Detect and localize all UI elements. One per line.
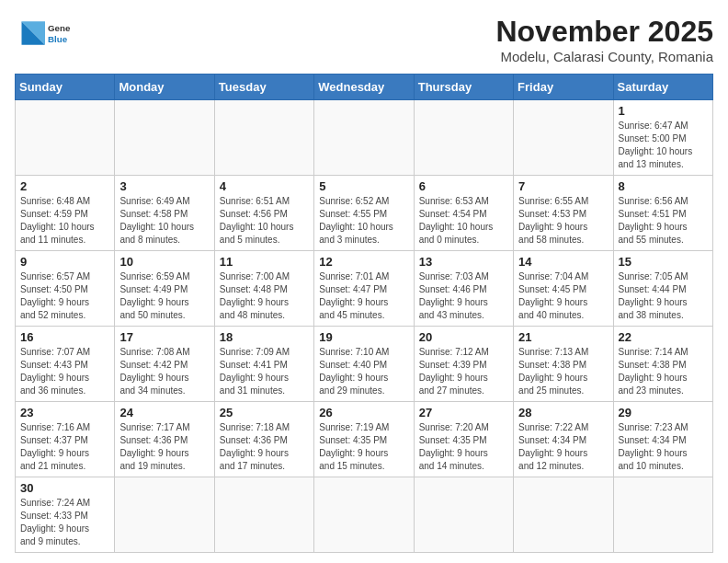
calendar-day-cell: 11Sunrise: 7:00 AM Sunset: 4:48 PM Dayli… bbox=[214, 251, 313, 327]
calendar-day-cell: 12Sunrise: 7:01 AM Sunset: 4:47 PM Dayli… bbox=[314, 251, 414, 327]
day-info: Sunrise: 7:09 AM Sunset: 4:41 PM Dayligh… bbox=[220, 346, 309, 397]
day-number: 3 bbox=[119, 179, 209, 193]
month-title: November 2025 bbox=[495, 15, 713, 49]
day-info: Sunrise: 7:23 AM Sunset: 4:34 PM Dayligh… bbox=[619, 421, 708, 473]
day-number: 28 bbox=[518, 406, 608, 419]
day-info: Sunrise: 7:03 AM Sunset: 4:46 PM Dayligh… bbox=[419, 270, 508, 322]
day-number: 14 bbox=[518, 255, 608, 269]
calendar-body: 1Sunrise: 6:47 AM Sunset: 5:00 PM Daylig… bbox=[16, 100, 713, 553]
day-number: 1 bbox=[619, 104, 708, 118]
calendar-day-cell bbox=[16, 100, 115, 176]
calendar-day-cell: 3Sunrise: 6:49 AM Sunset: 4:58 PM Daylig… bbox=[115, 176, 214, 251]
day-info: Sunrise: 6:56 AM Sunset: 4:51 PM Dayligh… bbox=[619, 195, 708, 247]
day-info: Sunrise: 6:55 AM Sunset: 4:53 PM Dayligh… bbox=[518, 195, 608, 247]
calendar-day-cell: 30Sunrise: 7:24 AM Sunset: 4:33 PM Dayli… bbox=[16, 477, 115, 553]
calendar-table: SundayMondayTuesdayWednesdayThursdayFrid… bbox=[15, 74, 713, 553]
calendar-week-row: 16Sunrise: 7:07 AM Sunset: 4:43 PM Dayli… bbox=[16, 327, 713, 402]
calendar-day-cell bbox=[115, 477, 214, 553]
day-info: Sunrise: 6:49 AM Sunset: 4:58 PM Dayligh… bbox=[119, 195, 209, 247]
day-info: Sunrise: 6:57 AM Sunset: 4:50 PM Dayligh… bbox=[20, 270, 109, 322]
day-number: 10 bbox=[119, 255, 209, 269]
calendar-week-row: 23Sunrise: 7:16 AM Sunset: 4:37 PM Dayli… bbox=[16, 402, 713, 477]
day-info: Sunrise: 6:48 AM Sunset: 4:59 PM Dayligh… bbox=[20, 195, 109, 247]
calendar-week-row: 30Sunrise: 7:24 AM Sunset: 4:33 PM Dayli… bbox=[16, 477, 713, 553]
day-number: 11 bbox=[220, 255, 309, 269]
day-info: Sunrise: 7:05 AM Sunset: 4:44 PM Dayligh… bbox=[619, 270, 708, 322]
weekday-header-cell: Monday bbox=[115, 75, 214, 100]
calendar-day-cell: 1Sunrise: 6:47 AM Sunset: 5:00 PM Daylig… bbox=[613, 100, 712, 176]
day-number: 22 bbox=[619, 330, 708, 344]
day-number: 5 bbox=[319, 179, 408, 193]
calendar-day-cell: 9Sunrise: 6:57 AM Sunset: 4:50 PM Daylig… bbox=[16, 251, 115, 327]
day-info: Sunrise: 7:13 AM Sunset: 4:38 PM Dayligh… bbox=[518, 346, 608, 397]
calendar-day-cell: 10Sunrise: 6:59 AM Sunset: 4:49 PM Dayli… bbox=[115, 251, 214, 327]
day-number: 19 bbox=[319, 330, 408, 344]
calendar-day-cell: 23Sunrise: 7:16 AM Sunset: 4:37 PM Dayli… bbox=[16, 402, 115, 477]
day-info: Sunrise: 7:12 AM Sunset: 4:39 PM Dayligh… bbox=[419, 346, 508, 397]
day-number: 2 bbox=[20, 179, 109, 193]
calendar-day-cell: 26Sunrise: 7:19 AM Sunset: 4:35 PM Dayli… bbox=[314, 402, 414, 477]
day-info: Sunrise: 7:07 AM Sunset: 4:43 PM Dayligh… bbox=[20, 346, 109, 397]
day-number: 16 bbox=[20, 330, 109, 344]
day-number: 4 bbox=[220, 179, 309, 193]
weekday-header-cell: Tuesday bbox=[214, 75, 313, 100]
day-number: 24 bbox=[119, 406, 209, 419]
weekday-header-cell: Wednesday bbox=[314, 75, 414, 100]
calendar-day-cell bbox=[514, 100, 613, 176]
calendar-day-cell bbox=[214, 100, 313, 176]
calendar-day-cell: 15Sunrise: 7:05 AM Sunset: 4:44 PM Dayli… bbox=[613, 251, 712, 327]
calendar-day-cell bbox=[115, 100, 214, 176]
day-info: Sunrise: 7:16 AM Sunset: 4:37 PM Dayligh… bbox=[20, 421, 109, 473]
page-header: General Blue November 2025 Modelu, Calar… bbox=[15, 15, 713, 64]
calendar-day-cell: 19Sunrise: 7:10 AM Sunset: 4:40 PM Dayli… bbox=[314, 327, 414, 402]
calendar-day-cell: 17Sunrise: 7:08 AM Sunset: 4:42 PM Dayli… bbox=[115, 327, 214, 402]
calendar-week-row: 2Sunrise: 6:48 AM Sunset: 4:59 PM Daylig… bbox=[16, 176, 713, 251]
weekday-header-row: SundayMondayTuesdayWednesdayThursdayFrid… bbox=[16, 75, 713, 100]
day-info: Sunrise: 7:17 AM Sunset: 4:36 PM Dayligh… bbox=[119, 421, 209, 473]
day-info: Sunrise: 7:00 AM Sunset: 4:48 PM Dayligh… bbox=[220, 270, 309, 322]
weekday-header-cell: Saturday bbox=[613, 75, 712, 100]
day-info: Sunrise: 6:51 AM Sunset: 4:56 PM Dayligh… bbox=[220, 195, 309, 247]
day-number: 18 bbox=[220, 330, 309, 344]
day-info: Sunrise: 6:59 AM Sunset: 4:49 PM Dayligh… bbox=[119, 270, 209, 322]
calendar-day-cell: 20Sunrise: 7:12 AM Sunset: 4:39 PM Dayli… bbox=[414, 327, 513, 402]
day-number: 8 bbox=[619, 179, 708, 193]
day-info: Sunrise: 7:20 AM Sunset: 4:35 PM Dayligh… bbox=[419, 421, 508, 473]
day-number: 17 bbox=[119, 330, 209, 344]
day-number: 27 bbox=[419, 406, 508, 419]
weekday-header-cell: Sunday bbox=[16, 75, 115, 100]
calendar-day-cell: 5Sunrise: 6:52 AM Sunset: 4:55 PM Daylig… bbox=[314, 176, 414, 251]
day-number: 6 bbox=[419, 179, 508, 193]
day-number: 21 bbox=[518, 330, 608, 344]
day-info: Sunrise: 6:52 AM Sunset: 4:55 PM Dayligh… bbox=[319, 195, 408, 247]
weekday-header-cell: Thursday bbox=[414, 75, 513, 100]
day-number: 13 bbox=[419, 255, 508, 269]
weekday-header-cell: Friday bbox=[514, 75, 613, 100]
calendar-day-cell: 4Sunrise: 6:51 AM Sunset: 4:56 PM Daylig… bbox=[214, 176, 313, 251]
day-info: Sunrise: 6:53 AM Sunset: 4:54 PM Dayligh… bbox=[419, 195, 508, 247]
day-info: Sunrise: 7:01 AM Sunset: 4:47 PM Dayligh… bbox=[319, 270, 408, 322]
day-number: 7 bbox=[518, 179, 608, 193]
calendar-day-cell: 8Sunrise: 6:56 AM Sunset: 4:51 PM Daylig… bbox=[613, 176, 712, 251]
calendar-day-cell: 6Sunrise: 6:53 AM Sunset: 4:54 PM Daylig… bbox=[414, 176, 513, 251]
calendar-day-cell: 2Sunrise: 6:48 AM Sunset: 4:59 PM Daylig… bbox=[16, 176, 115, 251]
calendar-day-cell: 21Sunrise: 7:13 AM Sunset: 4:38 PM Dayli… bbox=[514, 327, 613, 402]
day-number: 15 bbox=[619, 255, 708, 269]
svg-text:Blue: Blue bbox=[48, 34, 68, 44]
svg-text:General: General bbox=[48, 23, 70, 33]
day-info: Sunrise: 7:19 AM Sunset: 4:35 PM Dayligh… bbox=[319, 421, 408, 473]
calendar-day-cell: 7Sunrise: 6:55 AM Sunset: 4:53 PM Daylig… bbox=[514, 176, 613, 251]
day-info: Sunrise: 7:14 AM Sunset: 4:38 PM Dayligh… bbox=[619, 346, 708, 397]
calendar-day-cell bbox=[613, 477, 712, 553]
day-number: 12 bbox=[319, 255, 408, 269]
day-info: Sunrise: 7:18 AM Sunset: 4:36 PM Dayligh… bbox=[220, 421, 309, 473]
calendar-day-cell: 25Sunrise: 7:18 AM Sunset: 4:36 PM Dayli… bbox=[214, 402, 313, 477]
calendar-day-cell: 16Sunrise: 7:07 AM Sunset: 4:43 PM Dayli… bbox=[16, 327, 115, 402]
day-info: Sunrise: 7:10 AM Sunset: 4:40 PM Dayligh… bbox=[319, 346, 408, 397]
day-number: 20 bbox=[419, 330, 508, 344]
location-title: Modelu, Calarasi County, Romania bbox=[495, 49, 713, 64]
day-number: 26 bbox=[319, 406, 408, 419]
calendar-day-cell: 24Sunrise: 7:17 AM Sunset: 4:36 PM Dayli… bbox=[115, 402, 214, 477]
calendar-day-cell bbox=[314, 100, 414, 176]
calendar-day-cell: 27Sunrise: 7:20 AM Sunset: 4:35 PM Dayli… bbox=[414, 402, 513, 477]
